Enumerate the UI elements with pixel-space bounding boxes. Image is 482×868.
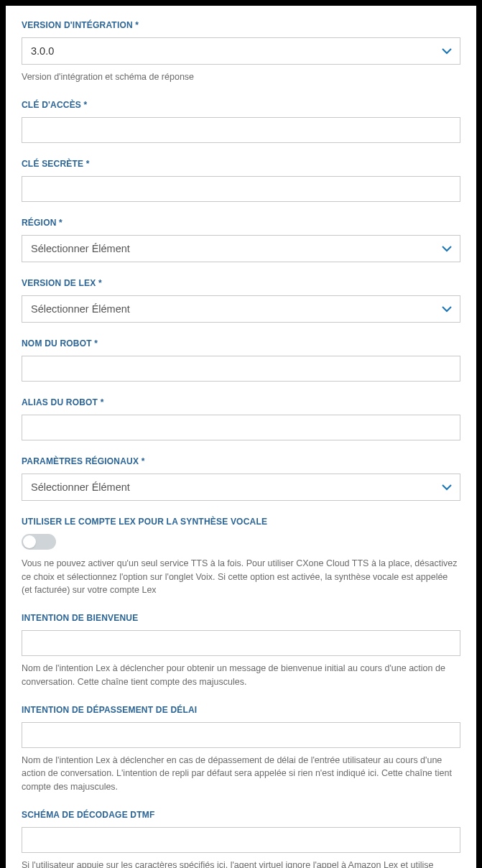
field-dtmf: SCHÉMA DE DÉCODAGE DTMF Si l'utilisateur… xyxy=(22,810,460,868)
field-bot-alias: ALIAS DU ROBOT * xyxy=(22,397,460,440)
input-timeout-intent[interactable] xyxy=(22,722,460,748)
label-lex-version: VERSION DE LEX * xyxy=(22,278,460,288)
input-welcome-intent[interactable] xyxy=(22,630,460,656)
input-secret-key[interactable] xyxy=(22,176,460,202)
field-lex-version: VERSION DE LEX * Sélectionner Élément xyxy=(22,278,460,323)
help-use-lex-tts: Vous ne pouvez activer qu'un seul servic… xyxy=(22,557,460,597)
field-bot-name: NOM DU ROBOT * xyxy=(22,338,460,382)
help-dtmf: Si l'utilisateur appuie sur les caractèr… xyxy=(22,859,460,868)
input-dtmf[interactable] xyxy=(22,827,460,853)
label-access-key: CLÉ D'ACCÈS * xyxy=(22,100,460,110)
field-secret-key: CLÉ SECRÈTE * xyxy=(22,159,460,202)
field-region: RÉGION * Sélectionner Élément xyxy=(22,218,460,262)
form-panel: VERSION D'INTÉGRATION * 3.0.0 Version d'… xyxy=(6,6,476,868)
label-dtmf: SCHÉMA DE DÉCODAGE DTMF xyxy=(22,810,460,820)
label-integration-version: VERSION D'INTÉGRATION * xyxy=(22,20,460,30)
toggle-knob xyxy=(23,535,36,548)
field-access-key: CLÉ D'ACCÈS * xyxy=(22,100,460,143)
toggle-use-lex-tts[interactable] xyxy=(22,534,56,550)
help-integration-version: Version d'intégration et schéma de répon… xyxy=(22,70,460,84)
select-value: 3.0.0 xyxy=(22,37,460,65)
field-welcome-intent: INTENTION DE BIENVENUE Nom de l'intentio… xyxy=(22,613,460,689)
field-timeout-intent: INTENTION DE DÉPASSEMENT DE DÉLAI Nom de… xyxy=(22,705,460,794)
help-timeout-intent: Nom de l'intention Lex à déclencher en c… xyxy=(22,754,460,794)
help-welcome-intent: Nom de l'intention Lex à déclencher pour… xyxy=(22,662,460,689)
label-timeout-intent: INTENTION DE DÉPASSEMENT DE DÉLAI xyxy=(22,705,460,715)
field-locale: PARAMÈTRES RÉGIONAUX * Sélectionner Élém… xyxy=(22,456,460,501)
select-region[interactable]: Sélectionner Élément xyxy=(22,235,460,262)
label-bot-alias: ALIAS DU ROBOT * xyxy=(22,397,460,407)
input-access-key[interactable] xyxy=(22,117,460,143)
select-lex-version[interactable]: Sélectionner Élément xyxy=(22,295,460,323)
label-region: RÉGION * xyxy=(22,218,460,228)
label-use-lex-tts: UTILISER LE COMPTE LEX POUR LA SYNTHÈSE … xyxy=(22,517,460,527)
label-welcome-intent: INTENTION DE BIENVENUE xyxy=(22,613,460,623)
select-placeholder: Sélectionner Élément xyxy=(22,235,460,262)
input-bot-alias[interactable] xyxy=(22,415,460,440)
input-bot-name[interactable] xyxy=(22,356,460,382)
select-integration-version[interactable]: 3.0.0 xyxy=(22,37,460,65)
label-bot-name: NOM DU ROBOT * xyxy=(22,338,460,348)
select-locale[interactable]: Sélectionner Élément xyxy=(22,474,460,501)
field-use-lex-tts: UTILISER LE COMPTE LEX POUR LA SYNTHÈSE … xyxy=(22,517,460,597)
select-placeholder: Sélectionner Élément xyxy=(22,474,460,501)
label-secret-key: CLÉ SECRÈTE * xyxy=(22,159,460,169)
label-locale: PARAMÈTRES RÉGIONAUX * xyxy=(22,456,460,466)
select-placeholder: Sélectionner Élément xyxy=(22,295,460,323)
field-integration-version: VERSION D'INTÉGRATION * 3.0.0 Version d'… xyxy=(22,20,460,84)
